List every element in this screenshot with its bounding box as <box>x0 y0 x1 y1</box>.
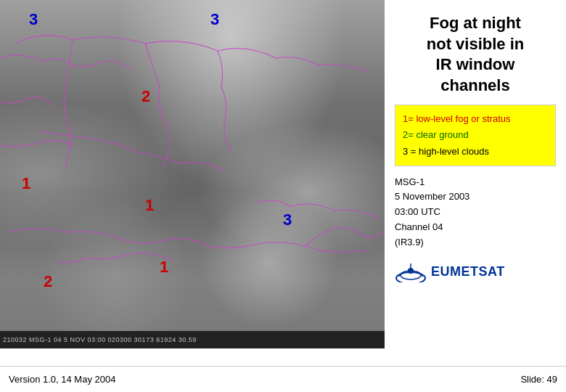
label-3-right: 3 <box>283 211 292 229</box>
metadata-line2: 5 November 2003 <box>395 189 556 205</box>
metadata-line5: (IR3.9) <box>395 235 556 250</box>
metadata-line1: MSG-1 <box>395 175 556 190</box>
footer: Version 1.0, 14 May 2004 Slide: 49 <box>0 366 566 392</box>
legend-box: 1= low-level fog or stratus 2= clear gro… <box>395 105 556 166</box>
version-label: Version 1.0, 14 May 2004 <box>9 374 115 385</box>
label-2-lowerleft: 2 <box>44 272 52 291</box>
cloud-texture <box>0 0 385 348</box>
satellite-data-bar: 210032 MSG-1 04 5 NOV 03:00 020300 30173… <box>0 331 385 348</box>
title-section: Fog at night not visible in IR window ch… <box>395 7 556 96</box>
label-1-lower: 1 <box>160 258 168 277</box>
label-1-center: 1 <box>145 196 154 215</box>
eumetsat-icon <box>395 262 427 282</box>
metadata-line3: 03:00 UTC <box>395 205 556 220</box>
right-panel: Fog at night not visible in IR window ch… <box>385 0 566 392</box>
metadata-section: MSG-1 5 November 2003 03:00 UTC Channel … <box>395 175 556 250</box>
label-3-topright: 3 <box>210 10 219 29</box>
slide-title: Fog at night not visible in IR window ch… <box>395 13 556 96</box>
legend-item-1: 1= low-level fog or stratus <box>403 111 548 127</box>
metadata-line4: Channel 04 <box>395 220 556 235</box>
eumetsat-logo: EUMETSAT <box>395 262 556 282</box>
slide-number: Slide: 49 <box>520 374 557 385</box>
svg-point-2 <box>408 268 414 274</box>
label-3-topleft: 3 <box>29 10 38 29</box>
eumetsat-text-label: EUMETSAT <box>431 264 505 279</box>
label-1-left: 1 <box>22 174 30 193</box>
satellite-image: 3 3 2 1 1 3 1 2 210032 MSG-1 04 5 NOV 03… <box>0 0 385 348</box>
legend-item-3: 3 = high-level clouds <box>403 144 548 160</box>
legend-item-2: 2= clear ground <box>403 127 548 143</box>
satellite-data-text: 210032 MSG-1 04 5 NOV 03:00 020300 30173… <box>3 336 197 343</box>
label-2-center: 2 <box>142 87 150 106</box>
